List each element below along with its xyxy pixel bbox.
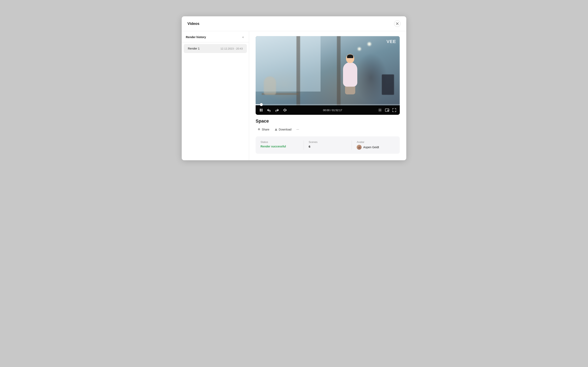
pause-icon [259, 108, 263, 112]
download-button[interactable]: Download [273, 127, 293, 132]
background-pillars [256, 36, 400, 105]
svg-point-8 [380, 110, 380, 111]
bg-pillar-1 [296, 36, 300, 105]
close-icon [396, 22, 398, 25]
share-button[interactable]: Share [256, 127, 271, 132]
watermark-text: VEE [387, 39, 396, 44]
avatar-label: Avatar [357, 141, 395, 143]
share-label: Share [262, 128, 269, 131]
modal-body: Render history Render 1 12.12.2023 - 20:… [182, 31, 406, 160]
scenes-section: Scenes 6 [309, 141, 352, 150]
video-title: Space [256, 118, 400, 124]
sidebar: Render history Render 1 12.12.2023 - 20:… [182, 31, 249, 160]
share-icon [258, 128, 260, 131]
current-time: 00:00 [323, 109, 330, 112]
render-item-date: 12.12.2023 - 20:43 [221, 47, 243, 50]
mute-button[interactable] [283, 108, 287, 113]
progress-fill [256, 104, 261, 105]
download-icon [275, 128, 277, 131]
render-item-name: Render 1 [188, 47, 200, 50]
backdrop: Videos Render history Render 1 [4, 4, 584, 367]
fullscreen-icon [392, 108, 396, 112]
mute-icon [283, 108, 287, 112]
bg-monitor [382, 75, 394, 95]
person-body [343, 62, 357, 87]
pip-button[interactable] [385, 108, 389, 112]
avatar-name: Aspen Geidt [363, 146, 379, 149]
modal-header: Videos [182, 16, 406, 31]
forward-button[interactable]: 15 [274, 108, 280, 113]
status-label: Status [260, 141, 299, 143]
rewind-icon: 15 [267, 108, 271, 112]
modal: Videos Render history Render 1 [182, 16, 406, 160]
svg-rect-2 [260, 109, 261, 111]
settings-button[interactable] [378, 108, 382, 112]
pause-button[interactable] [259, 108, 263, 112]
bg-blurred-person [264, 76, 276, 95]
sidebar-header: Render history [182, 31, 249, 42]
info-card: Status Render successful Scenes 6 Avatar [256, 136, 400, 154]
svg-point-12 [359, 146, 360, 147]
video-player: VEE [256, 36, 400, 115]
person-icon [358, 146, 361, 149]
download-label: Download [279, 128, 291, 131]
fullscreen-button[interactable] [392, 108, 397, 112]
avatar-section: Avatar Aspen Geidt [357, 141, 395, 150]
more-button[interactable]: ··· [295, 127, 301, 132]
action-bar: Share Download ··· [256, 127, 400, 132]
svg-rect-10 [387, 110, 389, 111]
collapse-sidebar-button[interactable] [241, 35, 245, 39]
scenes-label: Scenes [309, 141, 347, 143]
sidebar-title: Render history [186, 35, 206, 39]
pip-icon [385, 108, 389, 112]
rewind-button[interactable]: 15 [266, 108, 272, 113]
svg-text:15: 15 [277, 110, 278, 111]
svg-text:15: 15 [268, 110, 270, 111]
video-controls: 15 15 [256, 105, 400, 115]
bg-pillar-2 [337, 36, 341, 105]
render-history-item[interactable]: Render 1 12.12.2023 - 20:43 [184, 44, 247, 53]
video-scene: VEE [256, 36, 400, 105]
modal-title: Videos [187, 22, 199, 26]
total-time: 01:52:17 [332, 109, 342, 112]
avatar-info: Aspen Geidt [357, 145, 395, 150]
scenes-value: 6 [309, 145, 347, 148]
bg-light-1 [367, 42, 371, 46]
time-separator: / [330, 109, 331, 112]
forward-icon: 15 [275, 108, 279, 112]
more-icon: ··· [296, 128, 299, 131]
close-button[interactable] [394, 20, 401, 27]
settings-icon [378, 108, 382, 112]
progress-bar[interactable] [256, 104, 400, 105]
person-legs [345, 86, 355, 94]
status-section: Status Render successful [260, 141, 304, 150]
status-value: Render successful [260, 145, 299, 148]
svg-rect-3 [261, 109, 262, 111]
person-head [346, 54, 354, 63]
avatar-character [341, 54, 359, 95]
collapse-icon [242, 35, 244, 39]
main-content: VEE [249, 31, 406, 160]
bg-light-2 [358, 47, 361, 50]
right-controls [378, 108, 397, 112]
avatar-thumbnail [357, 145, 362, 150]
time-display: 00:00 / 01:52:17 [290, 109, 375, 112]
